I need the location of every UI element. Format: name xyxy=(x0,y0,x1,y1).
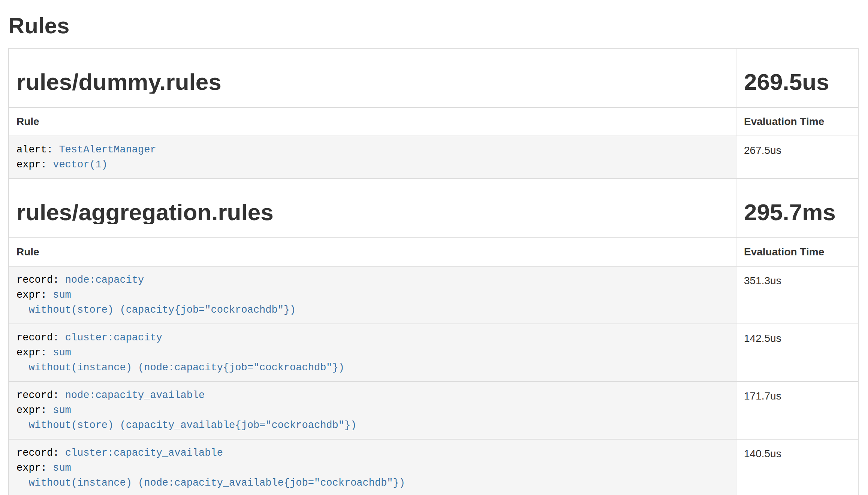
rule-group-header-row: rules/aggregation.rules295.7ms xyxy=(9,179,858,238)
rules-table: rules/dummy.rules269.5usRuleEvaluation T… xyxy=(8,48,859,495)
rule-row: record: cluster:capacityexpr: sum withou… xyxy=(9,324,858,382)
rule-code-line: expr: sum without(instance) (node:capaci… xyxy=(16,345,728,375)
rule-code-line: record: cluster:capacity xyxy=(16,330,728,345)
rule-keyword: expr: xyxy=(16,405,47,416)
record-name-link[interactable]: cluster:capacity_available xyxy=(65,447,223,459)
rule-code-line: record: cluster:capacity_available xyxy=(16,446,728,461)
rule-keyword: record: xyxy=(16,332,59,343)
rule-code-line: expr: sum without(instance) (node:capaci… xyxy=(16,461,728,491)
expr-link[interactable]: sum without(store) (capacity_available{j… xyxy=(16,405,356,431)
rule-code-line: expr: vector(1) xyxy=(16,157,728,172)
rule-keyword: expr: xyxy=(16,347,47,358)
rule-group-eval-time: 295.7ms xyxy=(744,201,850,224)
rule-cell: record: cluster:capacityexpr: sum withou… xyxy=(9,324,736,382)
rule-eval-time: 140.5us xyxy=(736,439,858,495)
eval-column-header: Evaluation Time xyxy=(736,238,858,266)
expr-link[interactable]: sum without(instance) (node:capacity_ava… xyxy=(16,462,405,489)
rule-group-eval-cell: 295.7ms xyxy=(736,179,858,238)
rule-code-line: expr: sum without(store) (capacity{job="… xyxy=(16,288,728,318)
rule-code-line: expr: sum without(store) (capacity_avail… xyxy=(16,403,728,433)
alert-name-link[interactable]: TestAlertManager xyxy=(59,144,156,155)
rules-table-body: rules/dummy.rules269.5usRuleEvaluation T… xyxy=(9,48,858,495)
rule-code: record: node:capacity_availableexpr: sum… xyxy=(16,388,728,433)
column-header-row: RuleEvaluation Time xyxy=(9,107,858,136)
rule-cell: record: cluster:capacity_availableexpr: … xyxy=(9,439,736,495)
rule-code-line: record: node:capacity xyxy=(16,273,728,288)
rule-code: alert: TestAlertManagerexpr: vector(1) xyxy=(16,142,728,172)
rule-group-eval-time: 269.5us xyxy=(744,70,850,94)
rule-row: record: node:capacity_availableexpr: sum… xyxy=(9,382,858,439)
rule-eval-time: 267.5us xyxy=(736,136,858,179)
rule-column-header: Rule xyxy=(9,107,736,136)
rule-group-file-cell: rules/aggregation.rules xyxy=(9,179,736,238)
rule-cell: record: node:capacityexpr: sum without(s… xyxy=(9,266,736,324)
eval-column-header: Evaluation Time xyxy=(736,107,858,136)
rule-keyword: record: xyxy=(16,390,59,401)
rule-eval-time: 351.3us xyxy=(736,266,858,324)
rule-eval-time: 142.5us xyxy=(736,324,858,382)
rule-group-file: rules/aggregation.rules xyxy=(16,201,728,224)
rule-code: record: cluster:capacityexpr: sum withou… xyxy=(16,330,728,375)
rule-keyword: record: xyxy=(16,447,59,459)
record-name-link[interactable]: cluster:capacity xyxy=(65,332,162,343)
expr-link[interactable]: vector(1) xyxy=(53,159,108,170)
rule-cell: alert: TestAlertManagerexpr: vector(1) xyxy=(9,136,736,179)
rule-row: record: cluster:capacity_availableexpr: … xyxy=(9,439,858,495)
record-name-link[interactable]: node:capacity xyxy=(65,274,144,286)
rule-group-file-cell: rules/dummy.rules xyxy=(9,48,736,107)
rules-page: Rules rules/dummy.rules269.5usRuleEvalua… xyxy=(0,0,868,495)
rule-code-line: record: node:capacity_available xyxy=(16,388,728,403)
rule-keyword: record: xyxy=(16,274,59,286)
expr-link[interactable]: sum without(store) (capacity{job="cockro… xyxy=(16,289,296,316)
column-header-row: RuleEvaluation Time xyxy=(9,238,858,266)
rule-code: record: node:capacityexpr: sum without(s… xyxy=(16,273,728,318)
rule-group-header-row: rules/dummy.rules269.5us xyxy=(9,48,858,107)
rule-column-header: Rule xyxy=(9,238,736,266)
rule-cell: record: node:capacity_availableexpr: sum… xyxy=(9,382,736,439)
record-name-link[interactable]: node:capacity_available xyxy=(65,390,205,401)
rule-eval-time: 171.7us xyxy=(736,382,858,439)
rule-row: record: node:capacityexpr: sum without(s… xyxy=(9,266,858,324)
rule-code-line: alert: TestAlertManager xyxy=(16,142,728,157)
rule-group-file: rules/dummy.rules xyxy=(16,70,728,94)
rule-keyword: expr: xyxy=(16,159,47,170)
rule-keyword: alert: xyxy=(16,144,53,155)
rule-keyword: expr: xyxy=(16,462,47,474)
rule-group-eval-cell: 269.5us xyxy=(736,48,858,107)
expr-link[interactable]: sum without(instance) (node:capacity{job… xyxy=(16,347,344,373)
rule-row: alert: TestAlertManagerexpr: vector(1)26… xyxy=(9,136,858,179)
rule-code: record: cluster:capacity_availableexpr: … xyxy=(16,446,728,491)
rule-keyword: expr: xyxy=(16,289,47,301)
page-title: Rules xyxy=(8,13,860,38)
